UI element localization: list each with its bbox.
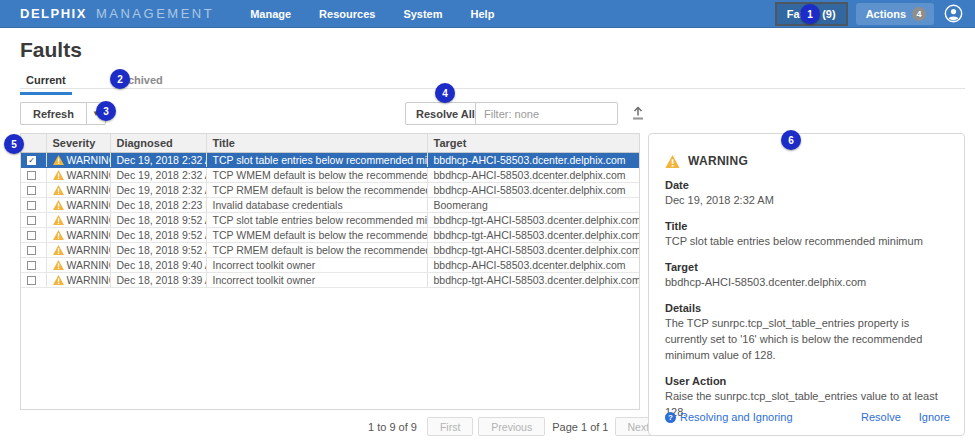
detail-user-action-label: User Action bbox=[665, 375, 948, 387]
refresh-button[interactable]: Refresh bbox=[20, 102, 86, 125]
warning-icon bbox=[53, 215, 64, 225]
warning-icon bbox=[53, 260, 64, 270]
menu-item-system[interactable]: System bbox=[389, 0, 456, 28]
warning-icon bbox=[665, 155, 680, 168]
faults-screen: DELPHIX MANAGEMENT Manage Resources Syst… bbox=[0, 0, 975, 441]
row-checkbox[interactable] bbox=[27, 216, 36, 225]
row-checkbox[interactable] bbox=[27, 186, 36, 195]
detail-panel-footer: ? Resolving and Ignoring Resolve Ignore bbox=[665, 411, 950, 423]
user-profile-icon[interactable] bbox=[944, 4, 963, 23]
header-target[interactable]: Target bbox=[427, 134, 639, 152]
tabs-divider bbox=[20, 88, 965, 89]
first-page-button[interactable]: First bbox=[427, 417, 473, 436]
row-checkbox[interactable] bbox=[27, 276, 36, 285]
table-row[interactable]: WARNING Dec 18, 2018 9:40 AM Incorrect t… bbox=[21, 257, 639, 272]
resolve-all-button[interactable]: Resolve All bbox=[405, 102, 486, 125]
warning-icon bbox=[53, 245, 64, 255]
header-severity[interactable]: Severity bbox=[46, 134, 110, 152]
detail-severity-heading: WARNING bbox=[665, 154, 948, 168]
callout-1: 1 bbox=[800, 4, 820, 24]
refresh-split-button: Refresh ▼ bbox=[20, 102, 106, 125]
header-title[interactable]: Title bbox=[206, 134, 427, 152]
previous-page-button[interactable]: Previous bbox=[478, 417, 545, 436]
ignore-link[interactable]: Ignore bbox=[919, 411, 950, 423]
table-row[interactable]: WARNING Dec 18, 2018 2:23 PM Invalid dat… bbox=[21, 197, 639, 212]
warning-icon bbox=[53, 170, 64, 180]
row-checkbox[interactable] bbox=[27, 246, 36, 255]
callout-3: 3 bbox=[96, 101, 116, 121]
callout-2: 2 bbox=[110, 69, 130, 89]
detail-target-value: bbdhcp-AHCI-58503.dcenter.delphix.com bbox=[665, 275, 948, 291]
top-nav-bar: DELPHIX MANAGEMENT Manage Resources Syst… bbox=[0, 0, 975, 28]
warning-icon bbox=[53, 155, 64, 165]
brand-secondary: MANAGEMENT bbox=[96, 6, 214, 21]
warning-icon bbox=[53, 275, 64, 285]
actions-button-label: Actions bbox=[866, 8, 906, 20]
detail-details-value: The TCP sunrpc.tcp_slot_table_entries pr… bbox=[665, 316, 948, 364]
table-row[interactable]: WARNING Dec 19, 2018 2:32 AM TCP WMEM de… bbox=[21, 167, 639, 182]
pagination-range: 1 to 9 of 9 bbox=[368, 421, 417, 433]
filter-input[interactable] bbox=[475, 102, 618, 125]
detail-title-label: Title bbox=[665, 220, 948, 232]
actions-count-badge: 4 bbox=[912, 7, 926, 21]
brand-primary: DELPHIX bbox=[20, 6, 87, 21]
table-row[interactable]: WARNING Dec 19, 2018 2:32 AM TCP RMEM de… bbox=[21, 182, 639, 197]
row-checkbox[interactable] bbox=[27, 261, 36, 270]
actions-button[interactable]: Actions 4 bbox=[856, 3, 934, 25]
table-row[interactable]: ✓ WARNING Dec 19, 2018 2:32 AM TCP slot … bbox=[21, 152, 639, 167]
page-indicator: Page 1 of 1 bbox=[552, 421, 608, 433]
row-checkbox[interactable] bbox=[27, 171, 36, 180]
warning-icon bbox=[53, 185, 64, 195]
row-checkbox[interactable] bbox=[27, 201, 36, 210]
delphix-logo: DELPHIX MANAGEMENT bbox=[20, 6, 214, 21]
detail-date-label: Date bbox=[665, 179, 948, 191]
callout-4: 4 bbox=[435, 83, 455, 103]
resolving-and-ignoring-link[interactable]: ? Resolving and Ignoring bbox=[665, 411, 793, 423]
header-checkbox-cell bbox=[21, 134, 46, 152]
detail-severity-label: WARNING bbox=[688, 154, 748, 168]
page-title: Faults bbox=[20, 38, 82, 62]
warning-icon bbox=[53, 230, 64, 240]
table-row[interactable]: WARNING Dec 18, 2018 9:52 AM TCP slot ta… bbox=[21, 212, 639, 227]
menu-item-resources[interactable]: Resources bbox=[305, 0, 389, 28]
table-header-row: Severity Diagnosed Title Target bbox=[21, 134, 639, 152]
menu-item-manage[interactable]: Manage bbox=[236, 0, 305, 28]
fault-detail-panel: WARNING Date Dec 19, 2018 2:32 AM Title … bbox=[648, 133, 965, 436]
header-diagnosed[interactable]: Diagnosed bbox=[110, 134, 206, 152]
table-row[interactable]: WARNING Dec 18, 2018 9:52 AM TCP RMEM de… bbox=[21, 242, 639, 257]
table-row[interactable]: WARNING Dec 18, 2018 9:52 AM TCP WMEM de… bbox=[21, 227, 639, 242]
callout-5: 5 bbox=[4, 134, 24, 154]
row-checkbox[interactable] bbox=[27, 231, 36, 240]
detail-title-value: TCP slot table entries below recommended… bbox=[665, 234, 948, 250]
help-link-label: Resolving and Ignoring bbox=[680, 411, 793, 423]
faults-table: Severity Diagnosed Title Target ✓ WARNIN… bbox=[20, 133, 640, 410]
help-icon: ? bbox=[665, 412, 676, 423]
top-menu: Manage Resources System Help bbox=[236, 0, 508, 28]
export-icon[interactable] bbox=[628, 104, 648, 124]
detail-details-label: Details bbox=[665, 302, 948, 314]
callout-6: 6 bbox=[781, 130, 801, 150]
detail-target-label: Target bbox=[665, 261, 948, 273]
menu-item-help[interactable]: Help bbox=[457, 0, 509, 28]
tab-current[interactable]: Current bbox=[20, 70, 72, 95]
warning-icon bbox=[53, 200, 64, 210]
detail-date-value: Dec 19, 2018 2:32 AM bbox=[665, 193, 948, 209]
table-row[interactable]: WARNING Dec 18, 2018 9:39 AM Incorrect t… bbox=[21, 272, 639, 287]
row-checkbox[interactable]: ✓ bbox=[27, 156, 36, 165]
resolve-link[interactable]: Resolve bbox=[861, 411, 901, 423]
